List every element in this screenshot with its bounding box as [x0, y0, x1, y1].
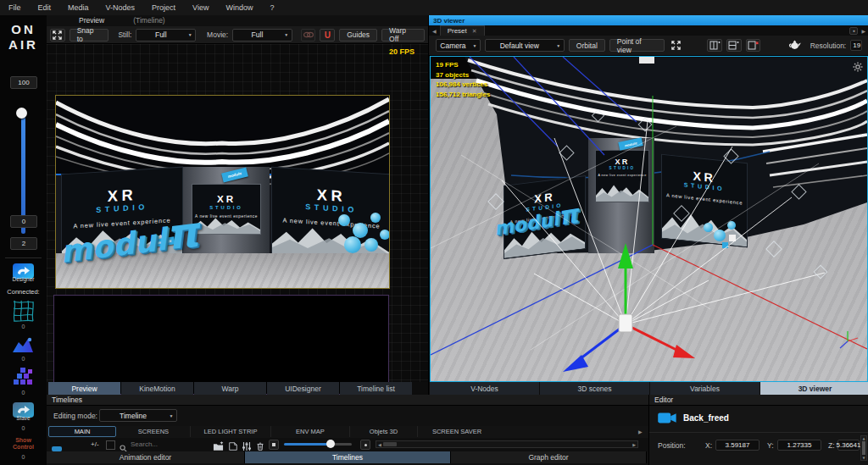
tab-screens[interactable]: SCREENS	[117, 426, 191, 437]
tab-screen-saver[interactable]: SCREEN SAVER	[418, 426, 496, 437]
editing-mode-select[interactable]: Timeline▼	[99, 409, 177, 422]
viewer-title-bar[interactable]: 3D viewer	[429, 15, 868, 25]
tab-preview-top[interactable]: Preview	[70, 15, 113, 26]
master-fader-knob[interactable]	[16, 108, 27, 119]
bottom-tab-v-nodes[interactable]: V-Nodes	[430, 382, 539, 395]
tab-main[interactable]: MAIN	[48, 426, 116, 437]
timeline-toolbar: +/- ◀ ▶	[47, 438, 648, 451]
filter-checkbox[interactable]	[106, 440, 115, 450]
close-icon[interactable]: ✕	[472, 28, 477, 35]
zoom-out-button[interactable]	[269, 440, 279, 450]
movie-select[interactable]: Full▼	[232, 29, 292, 42]
expand-icon[interactable]	[50, 29, 65, 42]
position-y-field[interactable]: 1.27335	[777, 440, 821, 451]
menu-v-nodes[interactable]: V-Nodes	[97, 3, 144, 12]
bottom-tab-kinemotion[interactable]: KineMotion	[121, 382, 193, 395]
menu-window[interactable]: Window	[217, 3, 261, 12]
bottom-tab-warp[interactable]: Warp	[194, 382, 266, 395]
menu-media[interactable]: Media	[59, 3, 97, 12]
bottom-tab-3d-viewer[interactable]: 3D viewer	[760, 382, 868, 395]
preview-fps: 20 FPS	[389, 47, 415, 56]
menu-help[interactable]: ?	[261, 3, 282, 12]
position-label: Position:	[658, 441, 686, 450]
scroll-right-icon[interactable]: ▶	[631, 442, 637, 447]
menu-file[interactable]: File	[0, 3, 30, 12]
balloon	[364, 238, 378, 252]
on-air-label: ONAIR	[0, 22, 47, 53]
bottom-tab-uidesigner[interactable]: UIDesigner	[267, 382, 339, 395]
camera-select[interactable]: Camera▼	[436, 39, 481, 52]
stat-triangles: 156,712 triangles	[436, 90, 490, 100]
movie-label: Movie:	[207, 30, 228, 39]
tab-env-map[interactable]: ENV MAP	[271, 426, 350, 437]
link-icon[interactable]	[301, 29, 316, 42]
preview-viewport[interactable]: 20 FPS XRSTUDIOA new live event experien…	[47, 44, 428, 382]
tab-options-icon[interactable]: ●	[849, 27, 858, 35]
point-of-view-button[interactable]: Point of view	[609, 39, 665, 52]
editor-v-scrollbar[interactable]: ▲ ▼	[860, 435, 867, 461]
tab-scroll-right-icon[interactable]: ▶	[858, 28, 868, 34]
still-select[interactable]: Full▼	[136, 29, 196, 42]
timeline-tab-strip: MAIN SCREENS LED LIGHT STRIP ENV MAP Obj…	[47, 426, 648, 438]
position-z-field[interactable]: 5.36641	[837, 440, 860, 451]
teapot-icon[interactable]	[787, 38, 802, 53]
tab-objets-3d[interactable]: Objets 3D	[350, 426, 418, 437]
bottom-tab-variables[interactable]: Variables	[650, 382, 760, 395]
editor-title: Editor	[649, 395, 868, 406]
object-name[interactable]: Back_freed	[683, 413, 729, 423]
zoom-slider-knob[interactable]	[326, 440, 335, 448]
warp-clients-icon[interactable]	[12, 300, 35, 325]
preview-panel: Preview (Timeline) Snap to Still: Full▼ …	[47, 15, 428, 395]
stat-fps: 19 FPS	[436, 60, 490, 70]
scroll-up-icon[interactable]: ▲	[862, 436, 865, 440]
split-horizontal-icon[interactable]	[726, 39, 742, 52]
zoom-in-button[interactable]	[360, 440, 370, 450]
tab-animation-editor[interactable]: Animation editor	[47, 451, 245, 463]
show-control-label[interactable]: ShowControl	[0, 437, 47, 451]
resolution-value[interactable]: 19	[850, 40, 862, 51]
menu-edit[interactable]: Edit	[30, 3, 60, 12]
fader-value[interactable]: 100	[10, 76, 37, 89]
expand-icon[interactable]	[669, 39, 684, 52]
still-label: Still:	[118, 30, 131, 39]
view-select[interactable]: Default view▼	[485, 39, 565, 52]
fader-step-value[interactable]: 2	[10, 237, 37, 250]
bottom-tab-3d-scenes[interactable]: 3D scenes	[540, 382, 649, 395]
plus-minus-button[interactable]: +/-	[91, 440, 99, 448]
orbital-button[interactable]: Orbital	[569, 39, 605, 52]
scroll-down-icon[interactable]: ▼	[862, 456, 865, 460]
tab-timeline-top[interactable]: (Timeline)	[125, 15, 173, 26]
split-vertical-icon[interactable]	[707, 39, 722, 52]
position-x-field[interactable]: 3.59187	[715, 440, 760, 451]
guides-button[interactable]: Guides	[339, 29, 377, 42]
zoom-slider-track[interactable]	[284, 443, 352, 446]
fader-min-value[interactable]: 0	[10, 215, 37, 228]
tab-scroll-left-icon[interactable]: ◀	[429, 28, 440, 34]
timelines-title: Timelines	[47, 395, 648, 406]
secondary-viewport[interactable]	[53, 295, 389, 395]
menu-view[interactable]: View	[184, 3, 217, 12]
editing-mode-label: Editing mode:	[53, 412, 97, 420]
led-clients-icon[interactable]	[12, 368, 35, 391]
bottom-tab-timeline-list[interactable]: Timeline list	[340, 382, 412, 395]
menu-project[interactable]: Project	[143, 3, 184, 12]
scrollbar-thumb[interactable]	[383, 442, 397, 446]
close-split-icon[interactable]	[746, 39, 761, 52]
media-clients-icon[interactable]	[12, 335, 35, 357]
gear-icon[interactable]	[853, 60, 863, 75]
search-input[interactable]	[129, 440, 192, 449]
warp-off-button[interactable]: Warp Off	[381, 29, 425, 42]
scroll-left-icon[interactable]: ◀	[376, 442, 383, 447]
tab-scroll-right-icon[interactable]: ▶	[638, 429, 643, 435]
timeline-h-scrollbar[interactable]: ◀ ▶	[376, 440, 638, 448]
magnet-icon[interactable]: U	[320, 29, 335, 42]
viewer-tab-row: ◀ Preset✕ ● ▶	[429, 25, 868, 36]
scrollbar-thumb[interactable]	[862, 441, 865, 455]
tab-led-light-strip[interactable]: LED LIGHT STRIP	[191, 426, 271, 437]
snap-to-button[interactable]: Snap to	[70, 29, 109, 42]
tab-timelines[interactable]: Timelines	[245, 451, 451, 463]
tab-preset[interactable]: Preset✕	[440, 25, 485, 36]
bottom-tab-preview[interactable]: Preview	[48, 382, 120, 395]
tab-graph-editor[interactable]: Graph editor	[451, 451, 647, 463]
viewer-3d-viewport[interactable]: XRSTUDIOA new live event experience XRST…	[430, 56, 868, 382]
